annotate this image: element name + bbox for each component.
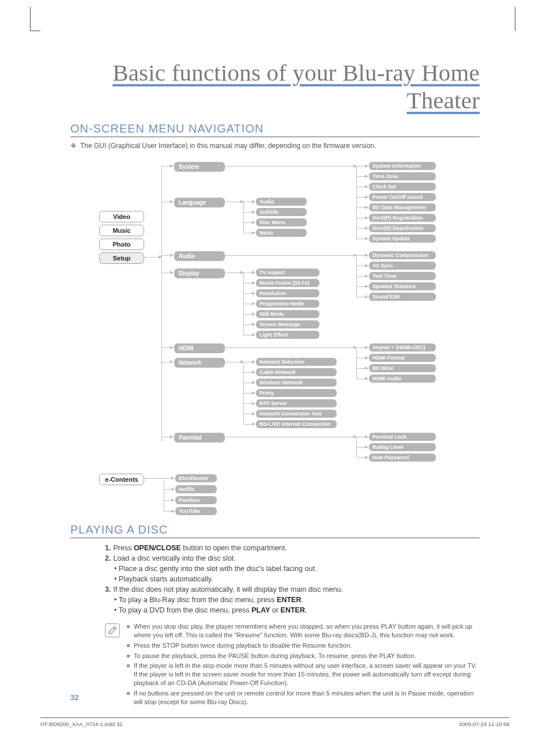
node-tvaspect: TV Aspect [256,269,319,277]
node-dyncomp: Dynamic Compression [369,251,436,259]
node-hdmiformat: HDMI Format [369,354,436,362]
node-network: Network [174,358,225,368]
playing-steps: 1.Press OPEN/CLOSE button to open the co… [70,544,480,614]
node-pandora: Pandora [175,496,217,504]
node-sysupdate: System Update [369,235,436,243]
node-cable: Cable Network [256,368,337,376]
pencil-note-icon [105,623,120,637]
menu-video: Video [99,211,144,222]
node-conntest: Network Connection Test [256,410,337,418]
menu-music: Music [99,225,144,236]
footer-file: HT-BD8200_XAA_0724-1.indd 32 [40,721,123,727]
node-lang-discmenu: Disc Menu [256,218,307,226]
node-stillmode: Still Mode [256,310,319,318]
page-title: Basic functions of your Blu-ray Home The… [70,59,480,114]
note-item: Press the STOP button twice during playb… [127,641,480,650]
node-soundedit: Sound Edit [369,293,436,301]
node-lang-audio: Audio [256,198,307,206]
note-item: If the player is left in the stop mode m… [127,662,480,687]
node-lighteffect: Light Effect [256,331,319,339]
node-wireless: Wireless Network [256,379,337,387]
node-bdwise: BD Wise [369,364,436,372]
footer-timestamp: 2009-07-24 11:10:06 [459,721,510,727]
node-timezone: Time Zone [369,172,436,180]
node-speakerdist: Speaker Distance [369,282,436,290]
node-display: Display [174,269,225,278]
node-netsel: Network Selection [256,358,337,366]
node-poweronoff: Power On/Off sound [369,193,436,201]
node-blockbuster: Blockbuster [175,474,217,482]
menu-setup: Setup [99,252,144,264]
node-clockset: Clock Set [369,183,436,191]
node-movieframe: Movie Frame (24 Fs) [256,279,319,287]
node-language: Language [174,198,225,207]
node-newpass: New Password [369,453,436,462]
node-sysinfo: System Information [369,162,436,170]
node-screenmsg: Screen Message [256,320,319,328]
section-heading-playing: PLAYING A DISC [70,523,480,538]
node-ntp: NTP Server [256,399,337,407]
section-heading-nav: ON-SCREEN MENU NAVIGATION [70,122,480,137]
node-proxy: Proxy [256,389,337,397]
node-hdmiaudio: HDMI Audio [369,375,436,383]
node-parental: Parental [174,433,225,443]
gui-note: The GUI (Graphical User Interface) in th… [70,142,480,150]
node-testtone: Test Tone [369,272,436,280]
note-item: To pause the playback, press the PAUSE b… [127,652,480,660]
page-number: 32 [70,693,78,702]
menu-photo: Photo [99,239,144,250]
node-avsync: AV Sync [369,262,436,270]
node-parlock: Parental Lock [369,433,436,441]
crop-mark [30,7,40,31]
node-audio: Audio [174,251,225,261]
node-lang-subtitle: Subtitle [256,208,307,216]
node-rating: Rating Level [369,443,436,451]
node-divxdeact: DivX(R) Deactivation [369,224,436,232]
note-item: When you stop disc play, the player reme… [127,622,480,640]
node-hdmi: HDMI [174,343,225,353]
menu-diagram: Video Music Photo Setup e-Contents Syste… [70,160,480,517]
crop-mark [515,7,515,31]
footer: HT-BD8200_XAA_0724-1.indd 32 2009-07-24 … [40,717,510,727]
node-system: System [174,162,225,172]
node-progressive: Progressive Mode [256,300,319,308]
node-anynet: Anynet + (HDMI-CEC) [369,343,436,351]
node-bddata: BD Data Management [369,203,436,211]
node-lang-menu: Menu [256,229,307,237]
menu-econtents: e-Contents [99,474,144,485]
info-notes: When you stop disc play, the player reme… [105,622,480,708]
node-netflix: Netflix [175,485,217,493]
note-item: If no buttons are pressed on the unit or… [127,689,480,706]
node-divxreg: DivX(R) Registration [369,214,436,222]
node-bdlive: BD-LIVE Internet Connection [256,420,337,428]
node-youtube: YouTube [175,507,217,515]
node-resolution: Resolution [256,289,319,297]
